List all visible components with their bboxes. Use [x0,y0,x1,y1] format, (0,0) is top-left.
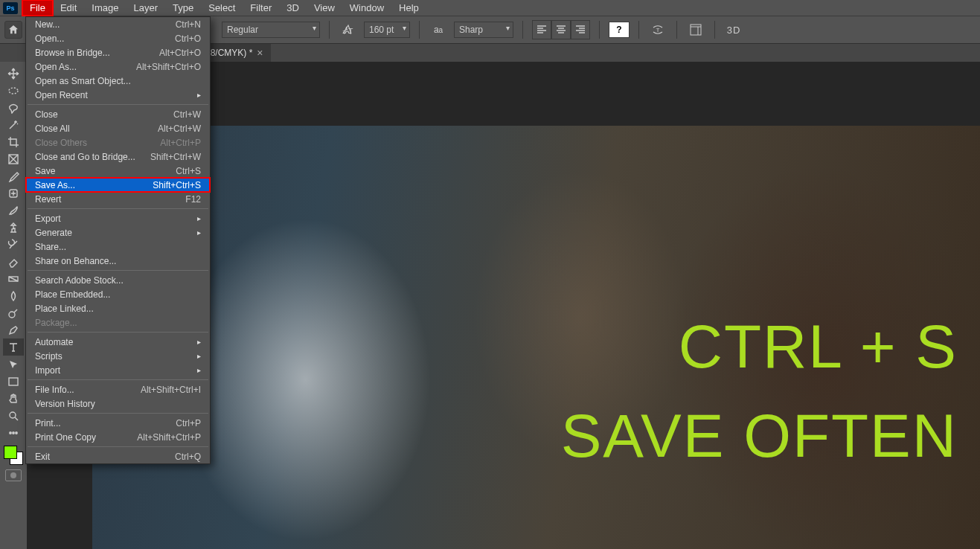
menu-filter[interactable]: Filter [243,0,279,16]
font-size-icon: TT [339,20,358,39]
menu-item-exit[interactable]: ExitCtrl+Q [26,449,210,463]
menu-item-save-as[interactable]: Save As...Shift+Ctrl+S [26,178,210,192]
anti-alias-icon: aa [429,20,448,39]
menu-item-shortcut: Ctrl+Q [175,452,201,462]
tool-magic-wand[interactable] [3,116,24,133]
menu-item-file-info[interactable]: File Info...Alt+Shift+Ctrl+I [26,382,210,396]
menu-item-label: Open Recent [35,90,190,100]
tool-hand[interactable] [3,390,24,407]
menu-view[interactable]: View [307,0,342,16]
tool-blur[interactable] [3,287,24,304]
tool-zoom[interactable] [3,407,24,424]
tool-more[interactable] [3,424,24,441]
menu-item-label: Revert [35,194,185,205]
svg-rect-9 [9,378,18,385]
tool-rectangle[interactable] [3,373,24,390]
artboard[interactable]: CTRL + S SAVE OFTEN [92,126,980,549]
menu-item-label: New... [35,19,176,30]
menu-type[interactable]: Type [165,0,201,16]
foreground-color-swatch[interactable] [4,446,17,459]
menu-item-generate[interactable]: Generate [26,225,210,240]
menu-item-close-all[interactable]: Close AllAlt+Ctrl+W [26,121,210,135]
tool-lasso[interactable] [3,99,24,116]
menu-item-share-on-behance[interactable]: Share on Behance... [26,254,210,268]
menu-separator [28,332,208,333]
menu-file[interactable]: File [22,0,53,16]
svg-point-11 [10,431,11,433]
menu-item-new[interactable]: New...Ctrl+N [26,17,210,31]
menu-item-label: Package... [35,318,201,328]
menu-layer[interactable]: Layer [126,0,166,16]
color-swatches[interactable] [4,446,23,465]
tool-type[interactable] [3,338,24,356]
tool-healing[interactable] [3,184,24,202]
menu-item-save[interactable]: SaveCtrl+S [26,164,210,178]
menu-item-import[interactable]: Import [26,363,210,377]
3d-button[interactable]: 3D [724,20,743,39]
overlay-text-line1: CTRL + S [679,312,958,382]
align-left-button[interactable] [532,20,551,39]
tool-move[interactable] [3,65,24,82]
menu-item-label: Print One Copy [35,432,137,443]
menu-item-shortcut: Alt+Ctrl+P [160,138,201,148]
tool-clone[interactable] [3,219,24,236]
menu-item-close-and-go-to-bridge[interactable]: Close and Go to Bridge...Shift+Ctrl+W [26,150,210,164]
menu-item-label: Open As... [35,62,136,72]
menu-item-print-one-copy[interactable]: Print One CopyAlt+Shift+Ctrl+P [26,430,210,444]
menu-separator [28,446,208,447]
align-center-button[interactable] [551,20,571,39]
tool-pen[interactable] [3,321,24,338]
toolbox [0,62,27,549]
menu-item-export[interactable]: Export [26,211,210,225]
tool-eyedropper[interactable] [3,167,24,184]
menu-item-revert[interactable]: RevertF12 [26,192,210,206]
menu-item-place-embedded[interactable]: Place Embedded... [26,287,210,301]
tool-eraser[interactable] [3,253,24,270]
tool-dodge[interactable] [3,304,24,321]
character-panel-button[interactable] [686,20,705,39]
menu-item-scripts[interactable]: Scripts [26,349,210,363]
menu-help[interactable]: Help [391,0,426,16]
menu-item-print[interactable]: Print...Ctrl+P [26,416,210,430]
menu-item-version-history[interactable]: Version History [26,396,210,411]
menu-item-share[interactable]: Share... [26,240,210,254]
tool-gradient[interactable] [3,270,24,287]
svg-text:T: T [656,27,660,33]
menu-item-label: Close Others [35,138,160,148]
menu-item-place-linked[interactable]: Place Linked... [26,301,210,315]
menu-item-search-adobe-stock[interactable]: Search Adobe Stock... [26,273,210,287]
menu-3d[interactable]: 3D [279,0,307,16]
tool-crop[interactable] [3,133,24,150]
tool-history-brush[interactable] [3,236,24,253]
menu-select[interactable]: Select [201,0,243,16]
font-size-select[interactable]: 160 pt [364,22,410,38]
menu-edit[interactable]: Edit [53,0,84,16]
menu-item-close[interactable]: CloseCtrl+W [26,107,210,121]
tool-frame[interactable] [3,150,24,167]
menu-item-browse-in-bridge[interactable]: Browse in Bridge...Alt+Ctrl+O [26,45,210,60]
menu-item-automate[interactable]: Automate [26,335,210,349]
warp-text-button[interactable]: T [648,20,667,39]
menu-item-label: Close and Go to Bridge... [35,152,150,162]
tool-path-select[interactable] [3,356,24,373]
close-tab-icon[interactable]: × [257,47,263,59]
menu-window[interactable]: Window [342,0,391,16]
font-style-select[interactable]: Regular [222,22,320,38]
home-button[interactable] [4,21,22,39]
menu-item-label: File Info... [35,385,141,395]
align-right-button[interactable] [571,20,590,39]
divider [599,21,600,39]
menu-item-open-as-smart-object[interactable]: Open as Smart Object... [26,74,210,88]
text-color-swatch[interactable]: ? [609,22,630,38]
menu-item-shortcut: Ctrl+W [173,109,201,120]
menu-item-open-as[interactable]: Open As...Alt+Shift+Ctrl+O [26,60,210,74]
menu-item-open-recent[interactable]: Open Recent [26,88,210,102]
menu-image[interactable]: Image [84,0,126,16]
menu-item-open[interactable]: Open...Ctrl+O [26,31,210,45]
tool-ellipse-marquee[interactable] [3,82,24,99]
tool-brush[interactable] [3,202,24,219]
menubar: Ps FileEditImageLayerTypeSelectFilter3DV… [0,0,980,16]
anti-alias-select[interactable]: Sharp [454,22,513,38]
quick-mask-button[interactable] [5,469,22,481]
file-menu-dropdown: New...Ctrl+NOpen...Ctrl+OBrowse in Bridg… [25,16,211,464]
